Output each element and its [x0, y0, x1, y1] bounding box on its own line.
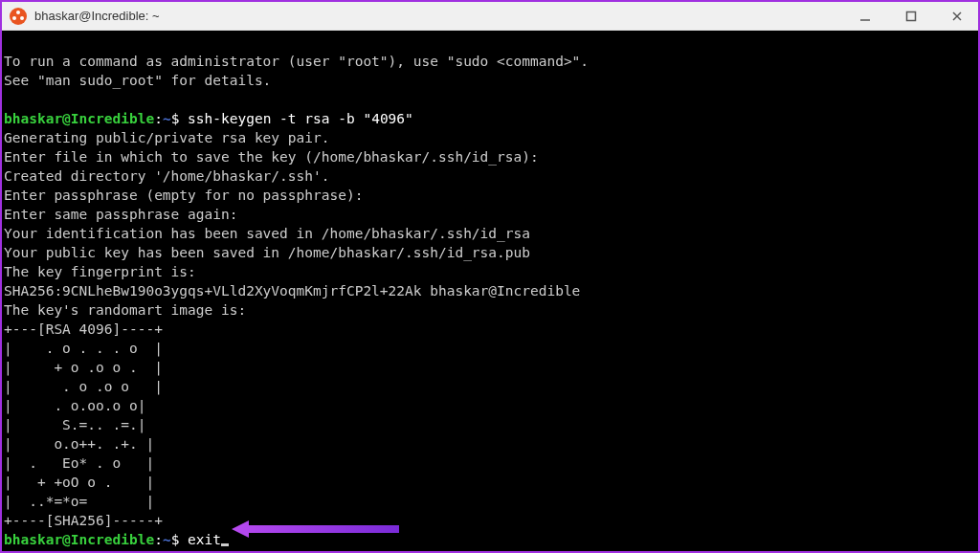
output-line: Your identification has been saved in /h…	[4, 226, 530, 241]
randomart-line: | S.=.. .=.|	[4, 417, 145, 432]
output-line: Enter passphrase (empty for no passphras…	[4, 188, 363, 203]
command-text: ssh-keygen -t rsa -b "4096"	[188, 111, 413, 126]
output-line: Your public key has been saved in /home/…	[4, 245, 530, 260]
prompt-dollar: $	[171, 532, 188, 547]
close-icon	[951, 11, 963, 22]
randomart-line: | . o .o o |	[4, 379, 163, 394]
prompt-path: ~	[163, 111, 171, 126]
output-line: Generating public/private rsa key pair.	[4, 130, 329, 145]
randomart-line: | . o.oo.o o|	[4, 398, 145, 413]
prompt-host: Incredible	[71, 532, 154, 547]
randomart-line: | ..*=*o= |	[4, 494, 154, 509]
output-line: SHA256:9CNLheBw190o3ygqs+VLld2XyVoqmKmjr…	[4, 283, 580, 299]
prompt-dollar: $	[171, 111, 188, 126]
randomart-line: | . Eo* . o |	[4, 455, 154, 471]
minimize-icon	[859, 11, 871, 22]
maximize-button[interactable]	[898, 7, 924, 26]
ubuntu-icon	[10, 8, 27, 25]
prompt-colon: :	[154, 111, 163, 126]
output-line: To run a command as administrator (user …	[4, 54, 589, 69]
window-controls	[852, 7, 970, 26]
command-text: exit	[188, 532, 221, 547]
cursor	[221, 543, 229, 546]
prompt-path: ~	[163, 532, 171, 547]
output-line: See "man sudo_root" for details.	[4, 73, 271, 88]
randomart-line: | . o . . . o |	[4, 341, 163, 356]
svg-rect-1	[907, 11, 916, 20]
output-line: Enter file in which to save the key (/ho…	[4, 149, 539, 165]
prompt-user: bhaskar	[4, 532, 62, 547]
minimize-button[interactable]	[852, 7, 879, 26]
prompt-at: @	[62, 111, 71, 126]
randomart-line: +----[SHA256]-----+	[4, 513, 163, 528]
output-line: The key's randomart image is:	[4, 302, 246, 318]
window-title: bhaskar@Incredible: ~	[34, 9, 160, 23]
titlebar: bhaskar@Incredible: ~	[2, 2, 978, 31]
output-line: Created directory '/home/bhaskar/.ssh'.	[4, 168, 329, 184]
close-button[interactable]	[944, 7, 970, 26]
randomart-line: | + o .o o . |	[4, 360, 163, 375]
terminal-output[interactable]: To run a command as administrator (user …	[2, 31, 978, 551]
prompt-host: Incredible	[71, 111, 154, 126]
prompt-user: bhaskar	[4, 111, 62, 126]
randomart-line: | + +oO o . |	[4, 475, 154, 490]
output-line: Enter same passphrase again:	[4, 207, 237, 222]
maximize-icon	[905, 11, 917, 22]
randomart-line: +---[RSA 4096]----+	[4, 321, 163, 337]
randomart-line: | o.o++. .+. |	[4, 436, 154, 452]
prompt-at: @	[62, 532, 71, 547]
output-line	[4, 92, 12, 107]
prompt-colon: :	[154, 532, 163, 547]
terminal-window: bhaskar@Incredible: ~ To run a command a…	[0, 0, 980, 553]
output-line: The key fingerprint is:	[4, 264, 196, 279]
